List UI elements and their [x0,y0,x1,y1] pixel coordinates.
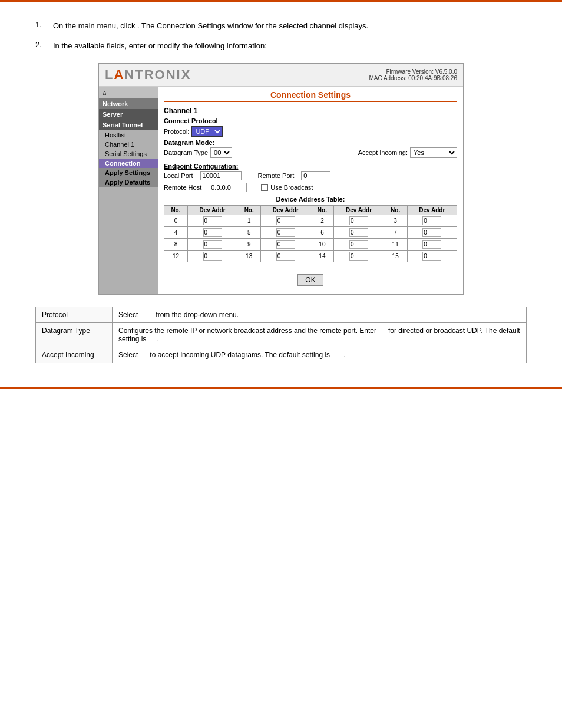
cell-devaddr[interactable] [407,215,457,227]
col-no-2: No. [310,206,334,215]
devaddr-input[interactable] [422,216,441,225]
devaddr-input[interactable] [422,240,441,249]
cell-no: 11 [384,239,407,251]
devaddr-input[interactable] [422,228,441,237]
col-no-3: No. [384,206,407,215]
col-no-1: No. [237,206,261,215]
table-row: 12 13 14 15 [164,251,457,262]
devaddr-input[interactable] [203,252,222,261]
cell-devaddr[interactable] [187,215,237,227]
table-row: 0 1 2 3 [164,215,457,227]
cell-devaddr[interactable] [261,251,310,262]
sidebar-home[interactable]: ⌂ [99,87,158,98]
devaddr-input[interactable] [349,228,368,237]
ui-main: ⌂ Network Server Serial Tunnel Hostlist … [99,87,463,294]
cell-devaddr[interactable] [407,239,457,251]
endpoint-row: Local Port Remote Port [164,171,457,180]
content-title: Connection Settings [164,90,457,102]
devaddr-input[interactable] [276,216,295,225]
col-devaddr-1: Dev Addr [261,206,310,215]
cell-devaddr[interactable] [261,215,310,227]
cell-devaddr[interactable] [187,227,237,239]
step-2: 2. In the available fields, enter or mod… [35,40,527,52]
remote-host-label: Remote Host [164,184,201,191]
sidebar-item-hostlist[interactable]: Hostlist [99,130,158,140]
mac-address: 00:20:4A:9B:08:26 [408,75,457,81]
cell-devaddr[interactable] [187,251,237,262]
connect-protocol-label: Connect Protocol [164,117,457,124]
use-broadcast-checkbox[interactable] [261,184,268,191]
remote-host-input[interactable] [209,183,247,192]
sidebar-item-connection[interactable]: Connection [99,159,158,168]
use-broadcast-label: Use Broadcast [270,184,313,191]
ui-content-area: Connection Settings Channel 1 Connect Pr… [158,87,463,294]
cell-devaddr[interactable] [334,227,384,239]
cell-no: 14 [310,251,334,262]
devaddr-input[interactable] [276,228,295,237]
endpoint-config-label: Endpoint Configuration: [164,163,457,170]
cell-devaddr[interactable] [334,239,384,251]
lantronix-logo: LANTRONIX [105,67,191,83]
cell-devaddr[interactable] [407,227,457,239]
ref-field-protocol: Protocol [36,307,113,323]
step-1-number: 1. [35,20,53,32]
ok-button[interactable]: OK [297,274,323,286]
sidebar-item-apply-settings[interactable]: Apply Settings [99,168,158,177]
ref-row-datagram: Datagram Type Configures the remote IP o… [36,323,527,347]
local-port-input[interactable] [200,171,242,180]
sidebar-item-apply-defaults[interactable]: Apply Defaults [99,177,158,187]
col-devaddr-0: Dev Addr [187,206,237,215]
cell-no: 6 [310,227,334,239]
protocol-row: Protocol: UDP TCP None [164,126,457,137]
devaddr-input[interactable] [276,240,295,249]
sidebar-item-network[interactable]: Network [99,98,158,109]
devaddr-input[interactable] [203,216,222,225]
device-address-table: No. Dev Addr No. Dev Addr No. Dev Addr N… [164,205,457,262]
col-no-0: No. [164,206,188,215]
devaddr-input[interactable] [203,240,222,249]
cell-devaddr[interactable] [261,227,310,239]
devaddr-input[interactable] [349,240,368,249]
cell-no: 10 [310,239,334,251]
datagram-type-select[interactable]: 00 01 [210,147,232,158]
ref-field-datagram: Datagram Type [36,323,113,347]
sidebar-item-serial-tunnel[interactable]: Serial Tunnel [99,120,158,130]
devaddr-input[interactable] [203,228,222,237]
local-port-label: Local Port [164,172,193,179]
col-devaddr-2: Dev Addr [334,206,384,215]
page-content: 1. On the main menu, click . The Connect… [0,2,562,375]
devaddr-input[interactable] [349,252,368,261]
cell-devaddr[interactable] [334,215,384,227]
sidebar-item-serial-settings[interactable]: Serial Settings [99,149,158,159]
remote-port-input[interactable] [301,171,330,180]
accept-incoming-label: Accept Incoming: [358,149,408,156]
protocol-select[interactable]: UDP TCP None [191,126,223,137]
datagram-type-label: Datagram Type [164,149,208,156]
datagram-type-row: Datagram Type 00 01 [164,147,232,158]
sidebar-item-channel1[interactable]: Channel 1 [99,140,158,149]
ui-screenshot-box: LANTRONIX Firmware Version: V6.5.0.0 MAC… [98,63,464,295]
mac-address-row: MAC Address: 00:20:4A:9B:08:26 [369,75,457,81]
sidebar-item-server[interactable]: Server [99,109,158,120]
devaddr-input[interactable] [276,252,295,261]
device-table-title: Device Address Table: [164,196,457,203]
datagram-mode-label: Datagram Mode: [164,139,457,146]
accept-incoming-select[interactable]: Yes No [410,147,457,158]
devaddr-input[interactable] [349,216,368,225]
firmware-info: Firmware Version: V6.5.0.0 MAC Address: … [369,68,457,81]
reference-table: Protocol Select from the drop-down menu.… [35,307,527,363]
devaddr-input[interactable] [422,252,441,261]
cell-no: 15 [384,251,407,262]
cell-devaddr[interactable] [261,239,310,251]
ref-field-accept: Accept Incoming [36,347,113,363]
col-devaddr-3: Dev Addr [407,206,457,215]
cell-no: 13 [237,251,261,262]
protocol-label: Protocol: [164,128,189,135]
cell-devaddr[interactable] [187,239,237,251]
datagram-row: Datagram Type 00 01 Accept Incoming: Yes… [164,147,457,160]
step-2-number: 2. [35,40,53,52]
cell-devaddr[interactable] [407,251,457,262]
ui-header: LANTRONIX Firmware Version: V6.5.0.0 MAC… [99,64,463,87]
cell-devaddr[interactable] [334,251,384,262]
cell-no: 2 [310,215,334,227]
